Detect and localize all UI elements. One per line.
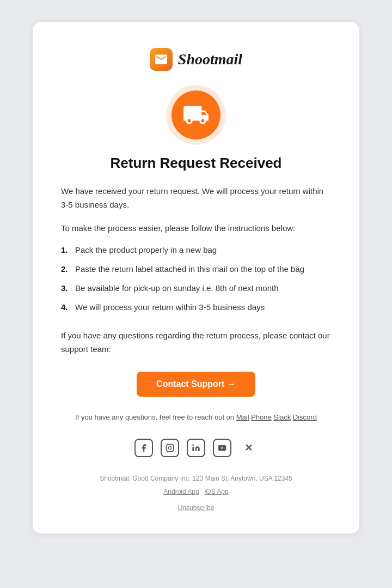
reach-out-phone[interactable]: Phone — [251, 413, 272, 421]
step-4-num: 4. — [61, 301, 72, 314]
step-2-text: Paste the return label attached in this … — [75, 263, 304, 276]
unsubscribe-wrap: Unsubscribe — [61, 504, 331, 512]
return-icon-circle — [171, 90, 220, 140]
instructions-intro: To make the process easier, please follo… — [61, 222, 331, 235]
step-1-num: 1. — [61, 244, 72, 257]
reach-out-prefix: If you have any questions, feel free to … — [75, 413, 234, 421]
logo-icon — [150, 48, 173, 71]
logo-section: Shootmail — [61, 48, 331, 71]
instagram-icon[interactable] — [161, 439, 179, 457]
reach-out-slack[interactable]: Slack — [273, 413, 291, 421]
social-row: ✕ — [61, 439, 331, 457]
step-4-text: We will process your return within 3-5 b… — [75, 301, 265, 314]
steps-list: 1. Pack the product properly in a new ba… — [61, 244, 331, 314]
step-1: 1. Pack the product properly in a new ba… — [61, 244, 331, 257]
step-2: 2. Paste the return label attached in th… — [61, 263, 331, 276]
step-3: 3. Be available for pick-up on sunday i.… — [61, 282, 331, 295]
step-4: 4. We will process your return within 3-… — [61, 301, 331, 314]
youtube-icon[interactable] — [213, 439, 231, 457]
return-truck-icon — [182, 101, 210, 129]
ios-app-link[interactable]: iOS App — [205, 488, 229, 495]
reach-out-mail[interactable]: Mail — [236, 413, 249, 421]
svg-rect-0 — [166, 444, 173, 451]
hero-icon-wrap — [61, 90, 331, 140]
step-3-text: Be available for pick-up on sunday i.e. … — [75, 282, 279, 295]
reach-out-discord[interactable]: Discord — [293, 413, 317, 421]
email-card: Shootmail Return Request Received We hav… — [33, 22, 359, 534]
step-2-num: 2. — [61, 263, 72, 276]
step-3-num: 3. — [61, 282, 72, 295]
body-paragraph-1: We have received your return request. We… — [61, 185, 331, 212]
step-1-text: Pack the product properly in a new bag — [75, 244, 217, 257]
contact-support-button[interactable]: Contact Support → — [137, 372, 255, 397]
footer-address: Shootmail, Good Company Inc. 123 Main St… — [61, 475, 331, 482]
facebook-icon[interactable] — [134, 439, 153, 457]
cta-wrap: Contact Support → — [61, 372, 331, 397]
contact-text: If you have any questions regarding the … — [61, 329, 331, 356]
footer-links: Android App iOS App — [61, 488, 331, 495]
mail-icon — [154, 52, 168, 66]
logo-text: Shootmail — [178, 51, 242, 68]
email-title: Return Request Received — [61, 155, 331, 172]
x-icon[interactable]: ✕ — [239, 439, 258, 457]
unsubscribe-link[interactable]: Unsubscribe — [178, 504, 215, 512]
android-app-link[interactable]: Android App — [163, 488, 199, 495]
reach-out-section: If you have any questions, feel free to … — [61, 412, 331, 423]
svg-point-2 — [192, 444, 194, 446]
linkedin-icon[interactable] — [187, 439, 205, 457]
